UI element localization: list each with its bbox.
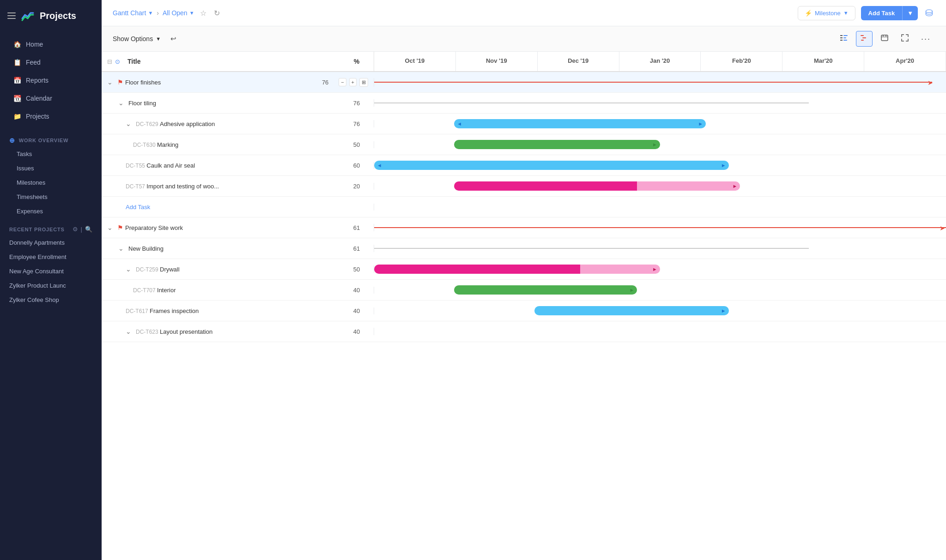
table-row[interactable]: DC-T707 Interior 40 ►: [102, 280, 946, 301]
table-row[interactable]: DC-T55 Caulk and Air seal 60 ◄ ►: [102, 155, 946, 176]
row-title-floor-finishes: Floor finishes: [125, 79, 312, 86]
table-row[interactable]: DC-T630 Marking 50 ►: [102, 134, 946, 155]
gantt-body: ⌄ ⚑ Floor finishes 76 − + ⊞ ➤: [102, 72, 946, 560]
milestone-button[interactable]: ⚡ Milestone ▼: [798, 6, 855, 20]
table-row[interactable]: ⌄ Floor tiling 76: [102, 93, 946, 114]
breadcrumb-gantt-label: Gantt Chart: [113, 9, 146, 17]
expand-icon[interactable]: ⌄: [107, 224, 115, 231]
breadcrumb-allopen[interactable]: All Open ▼: [163, 9, 194, 17]
table-row[interactable]: DC-T617 Frames inspection 40 ►: [102, 301, 946, 321]
milestone-type-icon: ⚑: [117, 78, 123, 86]
sidebar-item-expenses[interactable]: Expenses: [0, 204, 102, 218]
sidebar-nav: 🏠 Home 📋 Feed 📅 Reports 📆 Calendar 📁 Pro…: [0, 31, 102, 129]
more-options-button[interactable]: ···: [917, 31, 935, 47]
dropdown-icon[interactable]: ▼: [189, 10, 194, 16]
show-options-button[interactable]: Show Options ▼: [113, 35, 161, 42]
milestone-dropdown-icon[interactable]: ▼: [843, 10, 849, 16]
sidebar-item-tasks[interactable]: Tasks: [0, 147, 102, 161]
row-chart-dc-t57: ►: [374, 176, 946, 196]
expand-all-icon[interactable]: ⊟: [107, 58, 112, 65]
filter-icon[interactable]: ⚙: [73, 226, 78, 233]
row-title-dc-t57: DC-T57 Import and testing of woo...: [126, 183, 343, 190]
table-row[interactable]: ⌄ DC-T623 Layout presentation 40: [102, 321, 946, 342]
row-left-dc-t617: DC-T617 Frames inspection 40: [102, 307, 374, 314]
show-options-dropdown-icon: ▼: [156, 36, 161, 42]
table-row[interactable]: ⌄ DC-T629 Adhesive application 76 ◄ ►: [102, 114, 946, 134]
expand-view-button[interactable]: [897, 31, 913, 47]
table-row-add-task[interactable]: Add Task: [102, 197, 946, 217]
toolbar: Show Options ▼ ↩ ···: [102, 26, 946, 52]
add-task-link[interactable]: Add Task: [126, 204, 150, 211]
row-chart-dc-t55: ◄ ►: [374, 155, 946, 175]
row-title-prep-site: Preparatory Site work: [125, 224, 343, 231]
project-item-zylker-product[interactable]: Zylker Product Launc: [0, 278, 102, 293]
row-chart-dc-t629: ◄ ►: [374, 114, 946, 134]
breadcrumb-gantt[interactable]: Gantt Chart ▼: [113, 9, 153, 17]
work-overview-label: WORK OVERVIEW: [19, 138, 68, 143]
row-plus-btn[interactable]: +: [349, 78, 357, 86]
favorite-button[interactable]: ☆: [198, 7, 208, 19]
sidebar-item-feed[interactable]: 📋 Feed: [4, 54, 98, 71]
sidebar-header: Projects: [0, 0, 102, 31]
sidebar-item-calendar[interactable]: 📆 Calendar: [4, 90, 98, 107]
row-title-dc-t707: DC-T707 Interior: [133, 287, 343, 294]
expand-icon[interactable]: ⌄: [107, 78, 115, 86]
sidebar-item-projects[interactable]: 📁 Projects: [4, 108, 98, 125]
gantt-timeline-header: Oct '19 Nov '19 Dec '19 Jan '20 Feb'20 M…: [374, 52, 946, 71]
row-chart-floor-finishes: ➤: [374, 72, 946, 92]
project-item-newage[interactable]: New Age Consultant: [0, 264, 102, 278]
row-left-floor-tiling: ⌄ Floor tiling 76: [102, 99, 374, 107]
project-item-zylker-coffee[interactable]: Zylker Cofee Shop: [0, 293, 102, 307]
expand-icon[interactable]: ⌄: [126, 120, 134, 127]
row-actions: − + ⊞: [339, 78, 368, 87]
row-left-dc-t623: ⌄ DC-T623 Layout presentation 40: [102, 328, 374, 335]
svg-rect-1: [840, 37, 843, 38]
table-row[interactable]: ⌄ ⚑ Preparatory Site work 61 ➤: [102, 217, 946, 238]
sidebar-item-reports[interactable]: 📅 Reports: [4, 72, 98, 89]
topbar-left: Gantt Chart ▼ › All Open ▼ ☆ ↻: [113, 7, 222, 19]
undo-button[interactable]: ↩: [166, 32, 181, 46]
add-task-button[interactable]: Add Task ▼: [861, 6, 918, 20]
month-jan20: Jan '20: [619, 52, 701, 71]
filter-button[interactable]: ⛁: [923, 6, 935, 20]
row-left-dc-t57: DC-T57 Import and testing of woo... 20: [102, 183, 374, 190]
sort-icon[interactable]: ⊙: [115, 58, 120, 65]
project-item-employee[interactable]: Employee Enrollment: [0, 250, 102, 264]
row-title-dc-t629: DC-T629 Adhesive application: [136, 120, 343, 127]
row-minus-btn[interactable]: −: [339, 78, 346, 86]
gantt-view-button[interactable]: [856, 31, 873, 47]
refresh-button[interactable]: ↻: [212, 7, 222, 19]
table-row[interactable]: DC-T57 Import and testing of woo... 20 ►: [102, 176, 946, 197]
table-row[interactable]: ⌄ New Building 61: [102, 238, 946, 259]
list-gantt-view-button[interactable]: [836, 31, 852, 47]
calendar-view-button[interactable]: [876, 31, 893, 47]
svg-rect-5: [843, 40, 847, 41]
expand-icon[interactable]: ⌄: [118, 99, 127, 107]
sidebar-item-label: Reports: [26, 77, 49, 84]
svg-rect-6: [861, 35, 864, 36]
add-task-dropdown-icon[interactable]: ▼: [902, 6, 918, 20]
dropdown-icon[interactable]: ▼: [148, 10, 153, 16]
row-expand-btn[interactable]: ⊞: [359, 78, 368, 87]
expand-icon[interactable]: ⌄: [126, 328, 134, 335]
svg-rect-9: [881, 35, 888, 41]
sidebar-item-timesheets[interactable]: Timesheets: [0, 190, 102, 204]
row-pct-dc-t55: 60: [345, 162, 368, 169]
hamburger-icon[interactable]: [7, 12, 16, 19]
table-row[interactable]: ⌄ ⚑ Floor finishes 76 − + ⊞ ➤: [102, 72, 946, 93]
row-left-dc-t707: DC-T707 Interior 40: [102, 287, 374, 294]
sidebar-item-label: Home: [26, 41, 43, 48]
sidebar-item-home[interactable]: 🏠 Home: [4, 36, 98, 53]
row-chart-dc-t707: ►: [374, 280, 946, 300]
sidebar-item-issues[interactable]: Issues: [0, 161, 102, 175]
row-chart-prep-site: ➤: [374, 217, 946, 238]
column-pct-header: %: [345, 58, 368, 65]
sidebar-item-milestones[interactable]: Milestones: [0, 175, 102, 190]
feed-icon: 📋: [13, 58, 21, 66]
expand-icon[interactable]: ⌄: [126, 265, 134, 273]
expand-icon[interactable]: ⌄: [118, 245, 127, 252]
project-item-donnelly[interactable]: Donnelly Apartments: [0, 235, 102, 250]
table-row[interactable]: ⌄ DC-T259 Drywall 50 ►: [102, 259, 946, 280]
recent-project-icons[interactable]: ⚙ | 🔍: [73, 226, 92, 233]
search-icon[interactable]: 🔍: [85, 226, 92, 233]
